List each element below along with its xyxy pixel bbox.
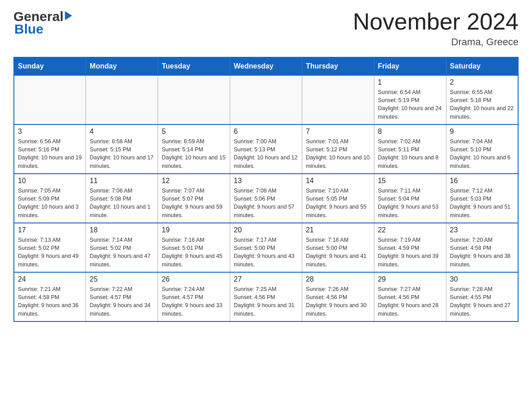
calendar-day-cell: 24Sunrise: 7:21 AMSunset: 4:58 PMDayligh…: [14, 272, 86, 321]
day-number: 6: [234, 128, 298, 136]
day-number: 3: [18, 128, 82, 136]
day-number: 9: [450, 128, 514, 136]
day-number: 12: [162, 177, 226, 185]
calendar-day-cell: 12Sunrise: 7:07 AMSunset: 5:07 PMDayligh…: [158, 174, 230, 223]
calendar-day-cell: 23Sunrise: 7:20 AMSunset: 4:58 PMDayligh…: [446, 223, 518, 272]
day-info: Sunrise: 7:20 AMSunset: 4:58 PMDaylight:…: [450, 236, 514, 269]
day-number: 27: [234, 275, 298, 283]
calendar-day-cell: 19Sunrise: 7:16 AMSunset: 5:01 PMDayligh…: [158, 223, 230, 272]
calendar-day-cell: 29Sunrise: 7:27 AMSunset: 4:56 PMDayligh…: [374, 272, 446, 321]
day-info: Sunrise: 7:12 AMSunset: 5:03 PMDaylight:…: [450, 187, 514, 219]
weekday-header-tuesday: Tuesday: [158, 57, 230, 75]
title-block: November 2024 Drama, Greece: [353, 9, 519, 48]
day-number: 20: [234, 226, 298, 234]
day-info: Sunrise: 7:07 AMSunset: 5:07 PMDaylight:…: [162, 187, 226, 219]
day-number: 2: [450, 78, 514, 86]
day-number: 24: [18, 275, 82, 283]
calendar-day-cell: 22Sunrise: 7:19 AMSunset: 4:59 PMDayligh…: [374, 223, 446, 272]
calendar-day-cell: [14, 75, 86, 124]
calendar-week-row: 3Sunrise: 6:56 AMSunset: 5:16 PMDaylight…: [14, 124, 518, 174]
day-number: 26: [162, 275, 226, 283]
day-info: Sunrise: 7:22 AMSunset: 4:57 PMDaylight:…: [90, 285, 154, 318]
day-info: Sunrise: 7:27 AMSunset: 4:56 PMDaylight:…: [378, 285, 442, 318]
day-number: 17: [18, 226, 82, 234]
calendar-day-cell: 7Sunrise: 7:01 AMSunset: 5:12 PMDaylight…: [302, 124, 374, 174]
day-number: 21: [306, 226, 370, 234]
day-info: Sunrise: 7:13 AMSunset: 5:02 PMDaylight:…: [18, 236, 82, 269]
calendar-day-cell: 4Sunrise: 6:58 AMSunset: 5:15 PMDaylight…: [86, 124, 158, 174]
weekday-header-sunday: Sunday: [14, 57, 86, 75]
calendar-day-cell: [230, 75, 302, 124]
calendar-day-cell: 2Sunrise: 6:55 AMSunset: 5:18 PMDaylight…: [446, 75, 518, 124]
day-info: Sunrise: 7:01 AMSunset: 5:12 PMDaylight:…: [306, 137, 370, 170]
day-number: 22: [378, 226, 442, 234]
calendar-day-cell: 13Sunrise: 7:08 AMSunset: 5:06 PMDayligh…: [230, 174, 302, 223]
day-number: 16: [450, 177, 514, 185]
day-info: Sunrise: 7:00 AMSunset: 5:13 PMDaylight:…: [234, 137, 298, 170]
day-info: Sunrise: 7:28 AMSunset: 4:55 PMDaylight:…: [450, 285, 514, 318]
calendar-day-cell: 18Sunrise: 7:14 AMSunset: 5:02 PMDayligh…: [86, 223, 158, 272]
day-info: Sunrise: 7:18 AMSunset: 5:00 PMDaylight:…: [306, 236, 370, 269]
day-number: 15: [378, 177, 442, 185]
calendar-day-cell: 21Sunrise: 7:18 AMSunset: 5:00 PMDayligh…: [302, 223, 374, 272]
calendar-day-cell: 16Sunrise: 7:12 AMSunset: 5:03 PMDayligh…: [446, 174, 518, 223]
day-info: Sunrise: 7:10 AMSunset: 5:05 PMDaylight:…: [306, 187, 370, 219]
logo-triangle-icon: [65, 11, 72, 20]
day-number: 18: [90, 226, 154, 234]
day-number: 13: [234, 177, 298, 185]
day-info: Sunrise: 7:16 AMSunset: 5:01 PMDaylight:…: [162, 236, 226, 269]
weekday-header-saturday: Saturday: [446, 57, 518, 75]
calendar-day-cell: [158, 75, 230, 124]
logo: General Blue: [13, 9, 72, 37]
day-info: Sunrise: 7:25 AMSunset: 4:56 PMDaylight:…: [234, 285, 298, 318]
logo-blue-text: Blue: [13, 21, 43, 37]
weekday-header-monday: Monday: [86, 57, 158, 75]
calendar-day-cell: [302, 75, 374, 124]
calendar-day-cell: 17Sunrise: 7:13 AMSunset: 5:02 PMDayligh…: [14, 223, 86, 272]
day-info: Sunrise: 6:56 AMSunset: 5:16 PMDaylight:…: [18, 137, 82, 170]
day-number: 29: [378, 275, 442, 283]
day-number: 30: [450, 275, 514, 283]
calendar-day-cell: 11Sunrise: 7:06 AMSunset: 5:08 PMDayligh…: [86, 174, 158, 223]
calendar-table: SundayMondayTuesdayWednesdayThursdayFrid…: [13, 57, 519, 322]
calendar-week-row: 1Sunrise: 6:54 AMSunset: 5:19 PMDaylight…: [14, 75, 518, 124]
calendar-day-cell: 20Sunrise: 7:17 AMSunset: 5:00 PMDayligh…: [230, 223, 302, 272]
weekday-header-thursday: Thursday: [302, 57, 374, 75]
calendar-day-cell: 9Sunrise: 7:04 AMSunset: 5:10 PMDaylight…: [446, 124, 518, 174]
day-info: Sunrise: 7:11 AMSunset: 5:04 PMDaylight:…: [378, 187, 442, 219]
day-info: Sunrise: 7:04 AMSunset: 5:10 PMDaylight:…: [450, 137, 514, 170]
calendar-day-cell: 3Sunrise: 6:56 AMSunset: 5:16 PMDaylight…: [14, 124, 86, 174]
day-info: Sunrise: 6:59 AMSunset: 5:14 PMDaylight:…: [162, 137, 226, 170]
day-info: Sunrise: 7:08 AMSunset: 5:06 PMDaylight:…: [234, 187, 298, 219]
day-info: Sunrise: 7:26 AMSunset: 4:56 PMDaylight:…: [306, 285, 370, 318]
day-number: 10: [18, 177, 82, 185]
calendar-day-cell: 5Sunrise: 6:59 AMSunset: 5:14 PMDaylight…: [158, 124, 230, 174]
day-info: Sunrise: 6:54 AMSunset: 5:19 PMDaylight:…: [378, 88, 442, 121]
calendar-week-row: 10Sunrise: 7:05 AMSunset: 5:09 PMDayligh…: [14, 174, 518, 223]
calendar-day-cell: [86, 75, 158, 124]
day-info: Sunrise: 7:02 AMSunset: 5:11 PMDaylight:…: [378, 137, 442, 170]
month-year-title: November 2024: [353, 9, 519, 34]
calendar-week-row: 17Sunrise: 7:13 AMSunset: 5:02 PMDayligh…: [14, 223, 518, 272]
calendar-day-cell: 6Sunrise: 7:00 AMSunset: 5:13 PMDaylight…: [230, 124, 302, 174]
day-info: Sunrise: 7:21 AMSunset: 4:58 PMDaylight:…: [18, 285, 82, 318]
weekday-header-friday: Friday: [374, 57, 446, 75]
calendar-day-cell: 15Sunrise: 7:11 AMSunset: 5:04 PMDayligh…: [374, 174, 446, 223]
day-number: 5: [162, 128, 226, 136]
day-number: 23: [450, 226, 514, 234]
weekday-header-wednesday: Wednesday: [230, 57, 302, 75]
day-number: 8: [378, 128, 442, 136]
day-info: Sunrise: 6:55 AMSunset: 5:18 PMDaylight:…: [450, 88, 514, 121]
day-number: 11: [90, 177, 154, 185]
day-info: Sunrise: 7:24 AMSunset: 4:57 PMDaylight:…: [162, 285, 226, 318]
day-info: Sunrise: 7:14 AMSunset: 5:02 PMDaylight:…: [90, 236, 154, 269]
calendar-day-cell: 8Sunrise: 7:02 AMSunset: 5:11 PMDaylight…: [374, 124, 446, 174]
day-info: Sunrise: 7:06 AMSunset: 5:08 PMDaylight:…: [90, 187, 154, 219]
calendar-day-cell: 28Sunrise: 7:26 AMSunset: 4:56 PMDayligh…: [302, 272, 374, 321]
day-number: 19: [162, 226, 226, 234]
calendar-day-cell: 30Sunrise: 7:28 AMSunset: 4:55 PMDayligh…: [446, 272, 518, 321]
weekday-header-row: SundayMondayTuesdayWednesdayThursdayFrid…: [14, 57, 518, 75]
day-info: Sunrise: 6:58 AMSunset: 5:15 PMDaylight:…: [90, 137, 154, 170]
location-subtitle: Drama, Greece: [353, 36, 519, 48]
day-number: 1: [378, 78, 442, 86]
